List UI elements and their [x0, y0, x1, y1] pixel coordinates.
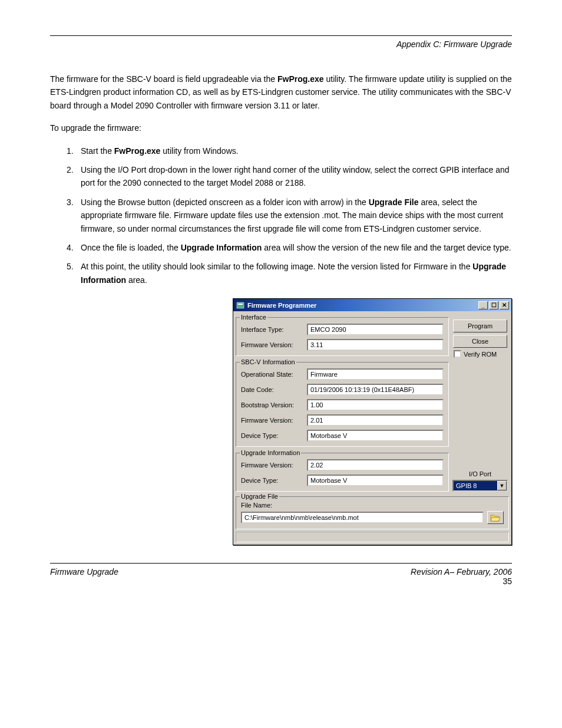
group-title: SBC-V Information: [240, 358, 296, 365]
svg-rect-0: [237, 302, 244, 308]
step1-c: utility from Windows.: [160, 146, 238, 156]
app-icon: [236, 301, 245, 310]
program-button[interactable]: Program: [453, 319, 507, 332]
step3-a: Using the Browse button (depicted onscre…: [81, 197, 369, 207]
step4-c: area will show the version of the new fi…: [262, 243, 511, 252]
step1-a: Start the: [81, 146, 114, 156]
svg-marker-3: [491, 518, 500, 521]
paragraph-1: The firmware for the SBC-V board is fiel…: [50, 73, 512, 112]
close-button[interactable]: ✕: [500, 301, 509, 309]
p1-b: FwProg.exe: [277, 74, 324, 84]
label-sbcv-devtype: Device Type:: [241, 432, 307, 439]
maximize-button[interactable]: ☐: [489, 301, 498, 309]
field-datecode[interactable]: 01/19/2006 10:13:19 (0x11E48ABF): [307, 384, 444, 396]
group-title: Interface: [240, 314, 267, 321]
group-title: Upgrade Information: [240, 449, 301, 456]
step4-b: Upgrade Information: [181, 243, 262, 252]
ioport-value: GPIB 8: [454, 481, 497, 490]
status-bar: [236, 532, 509, 542]
ioport-label: I/O Port: [451, 470, 509, 477]
label-opstate: Operational State:: [241, 371, 307, 378]
step-number: 1.: [67, 144, 81, 157]
label-upgrade-fw: Firmware Version:: [241, 462, 307, 469]
paragraph-2: To upgrade the firmware:: [50, 121, 512, 134]
step-number: 2.: [67, 163, 81, 190]
step5-a: At this point, the utility should look s…: [81, 262, 472, 271]
group-title: Upgrade File: [240, 493, 279, 500]
chevron-down-icon[interactable]: ▼: [497, 481, 507, 490]
group-upgrade-file: Upgrade File File Name: C:\Firmware\nmb\…: [236, 496, 509, 529]
field-interface-type[interactable]: EMCO 2090: [307, 324, 444, 335]
footer-left: Firmware Upgrade: [50, 567, 118, 586]
label-datecode: Date Code:: [241, 386, 307, 393]
label-upgrade-devtype: Device Type:: [241, 477, 307, 484]
minimize-button[interactable]: _: [478, 301, 488, 309]
group-upgrade-info: Upgrade Information Firmware Version: 2.…: [236, 453, 449, 492]
verify-rom-checkbox[interactable]: [454, 350, 461, 358]
step1-b: FwProg.exe: [114, 146, 161, 156]
page-footer: Firmware Upgrade Revision A– February, 2…: [50, 563, 512, 586]
group-interface: Interface Interface Type: EMCO 2090 Firm…: [236, 317, 449, 356]
window-title: Firmware Programmer: [247, 302, 478, 309]
page-header-right: Appendix C: Firmware Upgrade: [50, 39, 512, 49]
step-number: 5.: [67, 260, 81, 286]
field-bootstrap[interactable]: 1.00: [307, 399, 444, 411]
folder-open-icon: [490, 513, 501, 522]
titlebar[interactable]: Firmware Programmer _ ☐ ✕: [233, 299, 511, 311]
field-upgrade-devtype[interactable]: Motorbase V: [307, 475, 444, 486]
filename-label: File Name:: [241, 502, 504, 509]
field-interface-fw[interactable]: 3.11: [307, 339, 444, 351]
label-interface-fw: Firmware Version:: [241, 341, 307, 348]
step4-a: Once the file is loaded, the: [81, 243, 181, 252]
label-bootstrap: Bootstrap Version:: [241, 401, 307, 409]
step-number: 3.: [67, 196, 81, 235]
browse-button[interactable]: [487, 511, 504, 524]
step5-c: area.: [126, 275, 147, 285]
label-sbcv-fw: Firmware Version:: [241, 417, 307, 424]
steps: 1. Start the FwProg.exe utility from Win…: [67, 144, 512, 287]
field-sbcv-devtype[interactable]: Motorbase V: [307, 430, 444, 442]
group-sbcv: SBC-V Information Operational State: Fir…: [236, 362, 449, 447]
field-opstate[interactable]: Firmware: [307, 368, 444, 380]
step-number: 4.: [67, 241, 81, 254]
footer-revision: Revision A– February, 2006: [411, 567, 512, 577]
field-upgrade-fw[interactable]: 2.02: [307, 459, 444, 471]
svg-rect-1: [238, 304, 243, 305]
verify-rom-label: Verify ROM: [464, 351, 497, 358]
step2: Using the I/O Port drop-down in the lowe…: [81, 163, 512, 190]
firmware-programmer-window: Firmware Programmer _ ☐ ✕ Interface Inte…: [233, 298, 512, 545]
step3-b: Upgrade File: [369, 197, 419, 207]
close-dialog-button[interactable]: Close: [453, 335, 507, 348]
field-sbcv-fw[interactable]: 2.01: [307, 414, 444, 426]
footer-page-number: 35: [411, 577, 512, 586]
ioport-select[interactable]: GPIB 8 ▼: [452, 480, 508, 492]
p1-a: The firmware for the SBC-V board is fiel…: [50, 74, 277, 84]
file-path-field[interactable]: C:\Firmware\nmb\nmb\release\nmb.mot: [241, 512, 484, 523]
label-interface-type: Interface Type:: [241, 326, 307, 333]
